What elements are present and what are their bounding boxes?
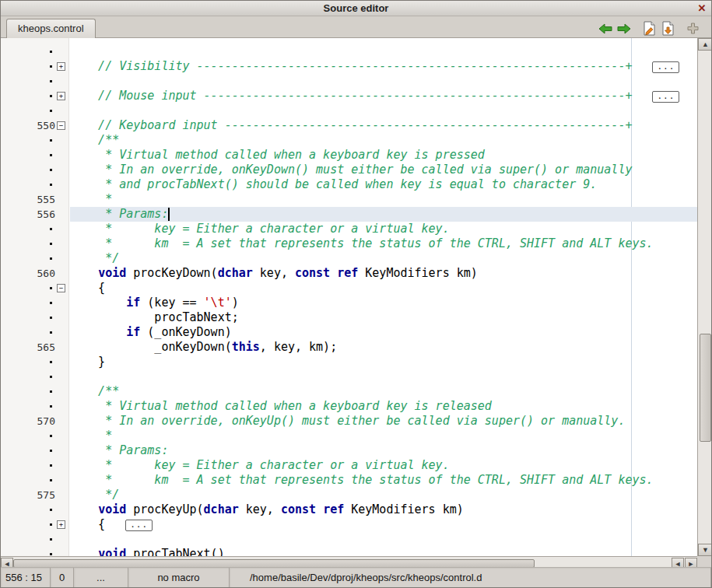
code-token: key, (253, 266, 295, 280)
code-token: if (126, 296, 140, 310)
code-token (70, 266, 98, 280)
code-line[interactable]: * Params: (70, 443, 697, 458)
code-token: { (70, 281, 105, 295)
scroll-down-icon[interactable]: ▼ (698, 544, 712, 556)
code-line[interactable]: /** (70, 384, 697, 399)
vertical-scrollbar-thumb[interactable] (700, 334, 711, 443)
line-number: 560 (1, 266, 68, 281)
line-dot (50, 376, 52, 378)
fold-expand-icon[interactable]: + (57, 520, 65, 529)
code-area[interactable]: // Visibility --------------------------… (70, 38, 697, 556)
code-token: // Visibility --------------------------… (70, 59, 632, 73)
code-token: * (70, 429, 112, 443)
gutter-line-number: 556 (1, 207, 68, 222)
titlebar[interactable]: Source editor ✕ (1, 1, 711, 16)
gutter-line-dot (1, 547, 68, 556)
code-line[interactable] (70, 369, 697, 384)
line-number: 570 (1, 414, 68, 429)
code-line[interactable] (70, 74, 697, 89)
code-token: * (70, 192, 112, 206)
scroll-up-icon[interactable]: ▲ (698, 38, 712, 51)
vertical-scrollbar[interactable]: ▲ ▼ (697, 38, 712, 556)
code-token: const (295, 266, 330, 280)
code-line[interactable]: * (70, 429, 697, 443)
fold-collapse-icon[interactable]: − (57, 121, 65, 130)
code-line[interactable]: // Keyboard input ----------------------… (70, 118, 697, 133)
gutter-line-dot (1, 236, 68, 251)
code-line[interactable]: * (70, 192, 697, 207)
gutter-line-dot (1, 429, 68, 443)
gutter-line-dot (1, 44, 68, 59)
code-line[interactable]: * key = Either a character or a virtual … (70, 458, 697, 473)
collapsed-fold-ellipsis[interactable]: ... (652, 91, 679, 103)
code-line[interactable]: * km = A set that represents the status … (70, 473, 697, 488)
code-line[interactable]: * key = Either a character or a virtual … (70, 222, 697, 236)
file-path: /home/basile/Dev/dproj/kheops/src/kheops… (230, 568, 711, 587)
code-line[interactable]: * In an override, onKeyUp() must either … (70, 414, 697, 429)
code-line[interactable]: procTabNext; (70, 310, 697, 325)
code-line[interactable]: void procKeyUp(dchar key, const ref KeyM… (70, 502, 697, 517)
tab-kheops-control[interactable]: kheops.control (6, 19, 96, 38)
code-line[interactable]: // Mouse input -------------------------… (70, 89, 697, 103)
code-token: * In an override, onKeyDown() must eithe… (70, 163, 632, 177)
split-view-button[interactable] (683, 19, 702, 38)
editor-area: ++550−555556560−565570575+ // Visibility… (1, 38, 712, 556)
code-line[interactable]: * In an override, onKeyDown() must eithe… (70, 163, 697, 177)
gutter-line-dot (1, 103, 68, 118)
code-line[interactable]: if (_onKeyDown) (70, 325, 697, 340)
document-arrow-icon (661, 21, 675, 36)
code-token: KeyModifiers km) (344, 502, 464, 516)
code-token: void (98, 502, 126, 516)
gutter-line-dot (1, 355, 68, 369)
gutter: ++550−555556560−565570575+ (1, 38, 69, 556)
code-line[interactable]: {... (70, 517, 697, 532)
line-number: 575 (1, 488, 68, 502)
code-line[interactable]: // Visibility --------------------------… (70, 59, 697, 74)
collapsed-fold-ellipsis[interactable]: ... (125, 520, 153, 531)
gutter-line-dot (1, 443, 68, 458)
code-line[interactable] (70, 532, 697, 547)
code-line[interactable]: */ (70, 488, 697, 502)
collapsed-fold-ellipsis[interactable]: ... (652, 61, 679, 73)
code-line[interactable]: if (key == '\t') (70, 296, 697, 310)
code-line[interactable]: * Virtual method called when a keyboard … (70, 148, 697, 163)
fold-expand-icon[interactable]: + (57, 62, 65, 71)
code-token: (key == (140, 296, 203, 310)
gutter-line-dot (1, 74, 68, 89)
code-token: * key = Either a character or a virtual … (70, 458, 450, 472)
gutter-line-number: 555 (1, 192, 68, 207)
line-dot (50, 257, 52, 260)
code-line[interactable]: { (70, 281, 697, 296)
code-line[interactable] (70, 103, 697, 118)
code-line[interactable]: void procTabNext() (70, 547, 697, 556)
code-token: KeyModifiers km) (358, 266, 478, 280)
fold-collapse-icon[interactable]: − (57, 284, 65, 292)
fold-expand-icon[interactable]: + (57, 92, 65, 100)
macro-status: no macro (128, 568, 230, 587)
line-dot (50, 361, 52, 363)
code-line[interactable]: /** (70, 133, 697, 148)
code-line[interactable]: * km = A set that represents the status … (70, 236, 697, 251)
gutter-line-dot (1, 222, 68, 236)
gutter-line-dot: + (1, 89, 68, 103)
document-pencil-button[interactable] (640, 19, 658, 38)
code-token: * key = Either a character or a virtual … (70, 222, 450, 236)
line-dot (50, 154, 52, 156)
close-icon[interactable]: ✕ (695, 1, 709, 16)
code-line[interactable]: _onKeyDown(this, key, km); (70, 340, 697, 355)
code-line[interactable]: } (70, 355, 697, 369)
code-line[interactable] (70, 44, 697, 59)
code-token: void (98, 547, 126, 556)
code-line[interactable]: * Params: (70, 207, 697, 222)
code-token: procTabNext; (70, 310, 239, 324)
code-line[interactable]: * Virtual method called when a keyboard … (70, 399, 697, 414)
gutter-line-dot (1, 133, 68, 148)
document-arrow-button[interactable] (658, 19, 677, 38)
nav-back-button[interactable] (596, 19, 615, 38)
code-line[interactable]: */ (70, 251, 697, 266)
nav-forward-button[interactable] (615, 19, 633, 38)
line-dot (50, 243, 52, 245)
code-line[interactable]: * and procTabNext() should be called whe… (70, 177, 697, 192)
code-line[interactable]: void procKeyDown(dchar key, const ref Ke… (70, 266, 697, 281)
line-dot (50, 509, 52, 511)
